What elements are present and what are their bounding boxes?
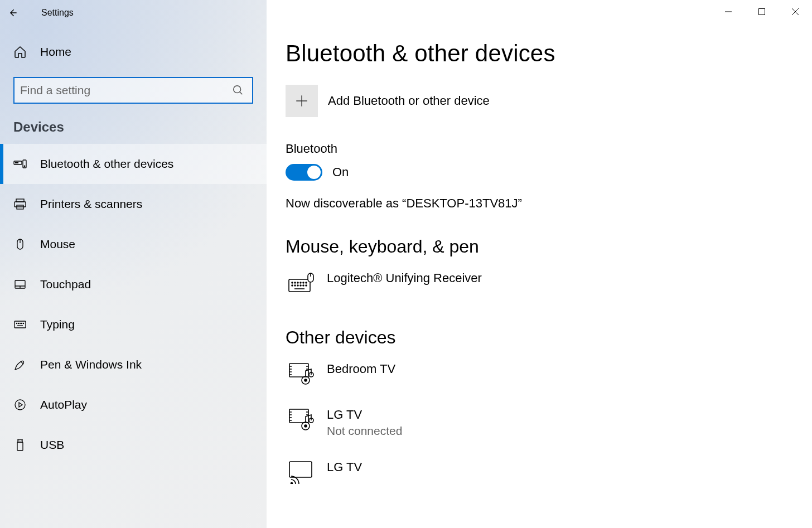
keyboard-mouse-icon: [288, 270, 315, 295]
minimize-button[interactable]: [712, 0, 745, 23]
svg-point-15: [18, 323, 18, 323]
svg-point-38: [304, 379, 307, 381]
sidebar-item-bluetooth[interactable]: Bluetooth & other devices: [0, 144, 267, 184]
svg-point-32: [300, 285, 301, 286]
svg-point-4: [16, 162, 17, 163]
media-device-icon: [288, 407, 315, 432]
mouse-icon: [13, 238, 27, 251]
svg-point-27: [303, 282, 304, 283]
printer-icon: [13, 197, 27, 211]
svg-point-30: [294, 285, 296, 286]
search-box[interactable]: [13, 77, 253, 104]
svg-rect-0: [759, 9, 765, 15]
svg-point-1: [234, 86, 241, 93]
device-name: Bedroom TV: [327, 361, 395, 377]
maximize-button[interactable]: [745, 0, 779, 23]
section-heading-other: Other devices: [286, 327, 812, 348]
add-device-button[interactable]: Add Bluetooth or other device: [286, 85, 812, 117]
add-icon-box: [286, 85, 318, 117]
maximize-icon: [758, 8, 765, 15]
page-title: Bluetooth & other devices: [286, 40, 812, 67]
section-heading-mkp: Mouse, keyboard, & pen: [286, 236, 812, 257]
window-controls: [712, 0, 812, 23]
device-name: LG TV: [327, 459, 362, 476]
bluetooth-toggle[interactable]: [286, 164, 322, 181]
svg-point-18: [23, 323, 23, 323]
svg-point-28: [306, 282, 307, 283]
add-device-label: Add Bluetooth or other device: [328, 94, 490, 108]
search-icon: [232, 84, 244, 96]
toggle-knob: [307, 166, 321, 179]
plus-icon: [294, 94, 309, 108]
minimize-icon: [725, 8, 732, 15]
svg-point-25: [297, 282, 298, 283]
svg-point-34: [306, 285, 307, 286]
main-content: Bluetooth & other devices Add Bluetooth …: [267, 0, 812, 528]
sidebar-item-label: Printers & scanners: [40, 197, 142, 211]
device-item[interactable]: LG TV Not connected: [286, 403, 812, 455]
svg-rect-21: [17, 442, 23, 451]
sidebar-item-mouse[interactable]: Mouse: [0, 224, 267, 264]
sidebar-item-label: Mouse: [40, 238, 75, 251]
sidebar-item-printers[interactable]: Printers & scanners: [0, 184, 267, 224]
devices-icon: [13, 157, 27, 171]
device-item[interactable]: Logitech® Unifying Receiver: [286, 266, 812, 312]
svg-point-17: [21, 323, 22, 323]
sidebar-item-touchpad[interactable]: Touchpad: [0, 264, 267, 304]
device-name: LG TV: [327, 407, 402, 423]
bluetooth-toggle-state: On: [332, 165, 349, 180]
sidebar-item-label: Typing: [40, 318, 75, 331]
sidebar-item-typing[interactable]: Typing: [0, 304, 267, 345]
sidebar-item-label: Touchpad: [40, 278, 91, 291]
svg-point-26: [300, 282, 301, 283]
svg-point-5: [17, 162, 18, 163]
close-button[interactable]: [779, 0, 812, 23]
media-device-icon: [288, 361, 315, 386]
pen-icon: [13, 358, 27, 371]
device-status: Not connected: [327, 423, 402, 438]
usb-icon: [13, 438, 27, 452]
svg-point-24: [294, 282, 296, 283]
svg-point-14: [16, 323, 17, 323]
close-icon: [792, 8, 799, 15]
window-title: Settings: [41, 8, 74, 18]
svg-point-16: [20, 323, 20, 323]
touchpad-icon: [13, 278, 27, 291]
cast-device-icon: [288, 459, 315, 484]
back-arrow-icon: [7, 7, 18, 18]
sidebar-home[interactable]: Home: [0, 33, 267, 70]
sidebar-item-usb[interactable]: USB: [0, 425, 267, 465]
svg-point-7: [24, 166, 25, 167]
device-item[interactable]: Bedroom TV: [286, 357, 812, 403]
sidebar: Home Devices Bluetooth & other devices P…: [0, 0, 267, 528]
titlebar: Settings: [0, 0, 812, 26]
discoverable-text: Now discoverable as “DESKTOP-13TV81J”: [286, 196, 812, 211]
svg-rect-44: [289, 462, 312, 477]
svg-point-33: [303, 285, 304, 286]
sidebar-home-label: Home: [40, 45, 71, 59]
svg-point-31: [297, 285, 298, 286]
keyboard-icon: [13, 318, 27, 331]
sidebar-item-label: AutoPlay: [40, 398, 87, 411]
svg-point-45: [291, 482, 293, 484]
svg-point-3: [15, 162, 16, 163]
sidebar-item-pen[interactable]: Pen & Windows Ink: [0, 345, 267, 385]
svg-point-42: [304, 425, 307, 427]
sidebar-section-label: Devices: [0, 114, 267, 144]
search-input[interactable]: [20, 84, 228, 97]
device-name: Logitech® Unifying Receiver: [327, 270, 482, 287]
svg-point-19: [15, 400, 25, 410]
home-icon: [13, 45, 27, 59]
svg-rect-8: [16, 199, 24, 202]
sidebar-item-label: USB: [40, 438, 64, 452]
svg-point-23: [292, 282, 293, 283]
bluetooth-label: Bluetooth: [286, 142, 812, 156]
sidebar-item-label: Pen & Windows Ink: [40, 358, 142, 371]
svg-rect-9: [14, 202, 26, 207]
sidebar-item-autoplay[interactable]: AutoPlay: [0, 385, 267, 425]
sidebar-item-label: Bluetooth & other devices: [40, 157, 173, 171]
autoplay-icon: [13, 398, 27, 411]
svg-rect-20: [18, 439, 22, 442]
device-item[interactable]: LG TV: [286, 455, 812, 484]
back-button[interactable]: [0, 0, 26, 26]
